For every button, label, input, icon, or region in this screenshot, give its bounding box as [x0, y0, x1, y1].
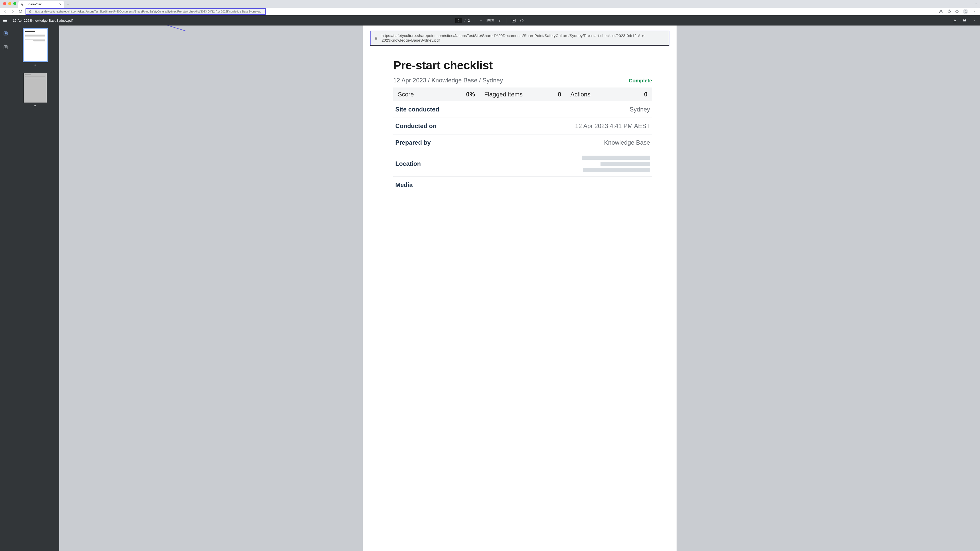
svg-point-4 [965, 10, 966, 11]
pdf-more-menu[interactable] [971, 17, 977, 23]
tab-close-button[interactable]: ✕ [59, 3, 62, 6]
stat-flagged-label: Flagged items [484, 91, 523, 98]
field-location-label: Location [395, 160, 421, 167]
download-button[interactable] [952, 17, 958, 23]
print-button[interactable] [962, 17, 967, 23]
stats-row: Score 0% Flagged items 0 Actions 0 [393, 87, 652, 101]
stat-actions-value: 0 [644, 91, 648, 98]
browser-tab-strip: SharePoint ✕ + ⌄ [0, 0, 980, 8]
zoom-value: 202% [487, 19, 494, 22]
stat-actions-label: Actions [570, 91, 590, 98]
page-number-input[interactable]: 1 [455, 17, 462, 23]
svg-point-6 [974, 11, 974, 12]
svg-point-7 [974, 13, 974, 13]
page-separator: / [465, 19, 466, 22]
browser-toolbar: https://safetyculture.sharepoint.com/sit… [0, 8, 980, 15]
pdf-toolbar-center: 1 / 2 − 202% + [455, 17, 525, 23]
stat-score-label: Score [398, 91, 414, 98]
extensions-icon[interactable] [955, 9, 959, 14]
url-bar[interactable]: https://safetyculture.sharepoint.com/sit… [26, 9, 265, 14]
browser-menu-button[interactable] [972, 9, 977, 14]
page-total: 2 [468, 19, 470, 22]
bookmark-star-icon[interactable] [947, 9, 951, 14]
field-location-value-redacted [582, 156, 650, 172]
back-button[interactable] [2, 8, 8, 14]
svg-rect-9 [963, 20, 966, 21]
url-callout-box: https://safetyculture.sharepoint.com/sit… [370, 30, 670, 46]
lock-icon [374, 36, 378, 40]
url-callout-text: https://safetyculture.sharepoint.com/sit… [382, 33, 665, 43]
document-content: Pre-start checklist 12 Apr 2023 / Knowle… [363, 49, 676, 193]
field-prepared-by-value: Knowledge Base [604, 139, 650, 146]
tab-overflow-button[interactable]: ⌄ [975, 2, 977, 5]
svg-rect-2 [29, 11, 31, 13]
stat-score: Score 0% [393, 91, 479, 98]
pdf-side-strip [0, 25, 11, 551]
outline-tab-icon[interactable] [2, 44, 9, 51]
pdf-thumbnail-2[interactable] [24, 73, 47, 103]
svg-point-11 [974, 18, 974, 19]
pdf-toolbar: 12-Apr-2023Knowledge-BaseSydney.pdf 1 / … [0, 15, 980, 25]
fit-page-button[interactable] [511, 17, 517, 23]
profile-avatar[interactable] [963, 9, 968, 14]
status-badge: Complete [629, 78, 652, 84]
stat-score-value: 0% [466, 91, 475, 98]
field-site-conducted: Site conducted Sydney [393, 101, 652, 118]
url-text: https://safetyculture.sharepoint.com/sit… [34, 10, 262, 13]
zoom-out-button[interactable]: − [478, 17, 484, 23]
tab-title: SharePoint [27, 3, 41, 6]
svg-line-20 [135, 25, 186, 31]
toolbar-right-icons [939, 9, 978, 14]
forward-button[interactable] [10, 8, 16, 14]
zoom-in-button[interactable]: + [497, 17, 503, 23]
browser-tab[interactable]: SharePoint ✕ [18, 1, 64, 8]
share-icon[interactable] [939, 9, 943, 14]
thumbnails-tab-icon[interactable] [2, 30, 9, 37]
annotation-connector-line [59, 25, 373, 41]
field-site-conducted-label: Site conducted [395, 106, 439, 113]
url-bar-highlight: https://safetyculture.sharepoint.com/sit… [25, 8, 266, 15]
field-conducted-on-value: 12 Apr 2023 4:41 PM AEST [575, 122, 650, 130]
field-media: Media [393, 177, 652, 193]
svg-rect-21 [375, 38, 377, 39]
pdf-sidebar-toggle[interactable] [3, 17, 9, 24]
document-title: Pre-start checklist [393, 59, 652, 72]
field-location: Location [393, 151, 652, 177]
lock-icon [29, 10, 32, 13]
pdf-document-viewport[interactable]: https://safetyculture.sharepoint.com/sit… [59, 25, 980, 551]
window-controls [3, 2, 16, 5]
svg-point-5 [974, 10, 974, 10]
svg-point-1 [22, 4, 24, 6]
pdf-thumbnail-2-label: 2 [34, 105, 36, 108]
svg-rect-15 [5, 32, 6, 35]
stat-actions: Actions 0 [566, 91, 652, 98]
window-close-button[interactable] [3, 2, 6, 5]
document-subhead: 12 Apr 2023 / Knowledge Base / Sydney [393, 77, 503, 84]
field-prepared-by-label: Prepared by [395, 139, 431, 146]
pdf-thumbnail-panel: 1 2 [11, 25, 59, 551]
svg-point-13 [974, 21, 974, 22]
field-prepared-by: Prepared by Knowledge Base [393, 135, 652, 151]
pdf-toolbar-right [952, 17, 977, 23]
field-conducted-on: Conducted on 12 Apr 2023 4:41 PM AEST [393, 118, 652, 135]
tab-favicon [21, 3, 24, 6]
stat-flagged: Flagged items 0 [479, 91, 566, 98]
pdf-thumbnail-1[interactable] [24, 29, 47, 61]
field-media-label: Media [395, 181, 413, 189]
pdf-main-area: 1 2 https://safetyculture.sharepoint.com… [0, 25, 980, 551]
svg-point-12 [974, 20, 974, 21]
pdf-page: https://safetyculture.sharepoint.com/sit… [363, 25, 676, 551]
stat-flagged-value: 0 [558, 91, 561, 98]
reload-button[interactable] [18, 8, 24, 14]
document-subhead-row: 12 Apr 2023 / Knowledge Base / Sydney Co… [393, 77, 652, 84]
field-site-conducted-value: Sydney [630, 106, 650, 113]
window-minimize-button[interactable] [8, 2, 11, 5]
field-conducted-on-label: Conducted on [395, 122, 436, 130]
new-tab-button[interactable]: + [64, 1, 72, 8]
tabs-row: SharePoint ✕ + [18, 0, 72, 8]
pdf-file-name: 12-Apr-2023Knowledge-BaseSydney.pdf [13, 19, 73, 22]
window-maximize-button[interactable] [13, 2, 16, 5]
svg-rect-10 [963, 19, 965, 20]
rotate-button[interactable] [519, 17, 525, 23]
pdf-thumbnail-1-label: 1 [34, 63, 36, 66]
